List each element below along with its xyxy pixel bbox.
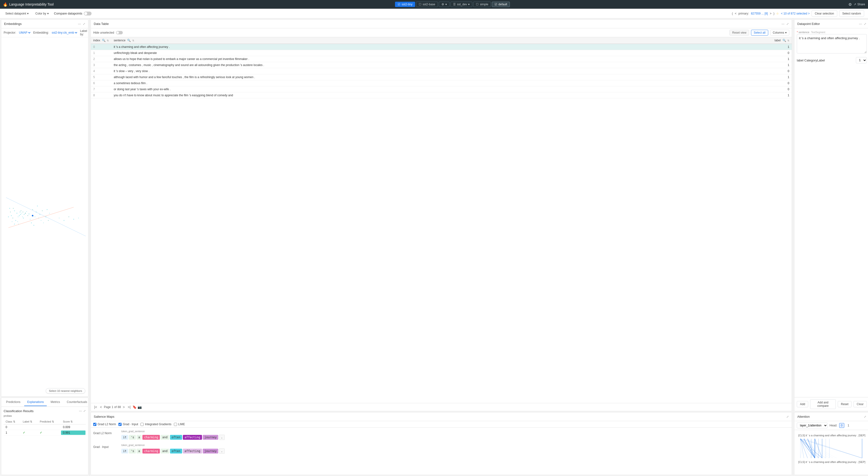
tab-metrics[interactable]: Metrics (48, 398, 63, 406)
tab-label: sst_dev (457, 3, 467, 6)
caret-right-icon[interactable]: > (770, 12, 771, 15)
page-first-button[interactable]: |< (93, 405, 98, 409)
table-row[interactable]: 8you do n't have to know about music to … (91, 92, 792, 98)
page-prev-button[interactable]: < (99, 405, 103, 409)
minimize-icon[interactable]: — (859, 22, 862, 26)
grad-l2-checkbox-label[interactable]: Grad L2 Norm (93, 422, 116, 426)
tab-sst2-tiny[interactable]: ☑ sst2-tiny (395, 2, 415, 7)
hide-unselected-toggle[interactable] (116, 31, 123, 34)
head-0[interactable]: 0 (839, 423, 844, 428)
svg-point-45 (68, 216, 69, 217)
nav-next-icon[interactable]: ) (773, 12, 774, 15)
row-index: 7 (91, 87, 111, 92)
table-row[interactable]: 5although laced with humor and a few fan… (91, 74, 792, 80)
share-button[interactable]: ↗ Share (854, 3, 865, 6)
select-random-button[interactable]: Select random (839, 10, 864, 17)
primary-id-link[interactable]: 827559 ... [8] (751, 12, 768, 15)
search-icon[interactable]: 🔍 (782, 39, 786, 42)
svg-point-35 (10, 212, 11, 212)
tab-explanations[interactable]: Explanations (24, 398, 47, 406)
minimize-icon[interactable]: — (781, 22, 784, 26)
expand-icon[interactable]: ⤢ (864, 415, 866, 418)
main-layout: Embeddings — ⤢ Projector: UMAP Embedding… (0, 19, 868, 476)
add-button[interactable]: Add (797, 401, 808, 407)
table-row[interactable]: 3the acting , costumes , music , cinemat… (91, 62, 792, 68)
filter-icon[interactable]: ⇅ (132, 39, 134, 42)
row-label: 1 (772, 74, 792, 80)
label-select[interactable]: 1 0 (856, 57, 867, 63)
layer-select[interactable]: layer_1/attention (797, 422, 828, 428)
head-1[interactable]: 1 (846, 423, 851, 428)
projector-select[interactable]: UMAP (18, 31, 31, 35)
integrated-checkbox[interactable] (141, 423, 144, 426)
lime-checkbox[interactable] (174, 423, 177, 426)
sentence-textarea[interactable]: it 's a charming and often affecting jou… (797, 34, 867, 54)
expand-clf-icon[interactable]: ⤢ (83, 409, 86, 413)
search-icon[interactable]: 🔍 (102, 39, 105, 42)
select-all-button[interactable]: Select all (751, 30, 768, 36)
tab-counterfactuals[interactable]: Counterfactuals (64, 398, 88, 406)
add-compare-button[interactable]: Add and compare (810, 399, 836, 409)
color-by-dropdown[interactable]: Color by ▾ (34, 11, 50, 16)
selection-count[interactable]: < 10 of 872 selected > (781, 12, 810, 15)
table-row[interactable]: 2allows us to hope that nolan is poised … (91, 56, 792, 62)
tab-predictions[interactable]: Predictions (3, 398, 23, 406)
grad-input-checkbox-label[interactable]: Grad · Input (118, 422, 138, 426)
bookmark-icon[interactable]: 🔖 (132, 405, 136, 409)
tab-simple[interactable]: ☐ simple (473, 2, 491, 7)
table-row[interactable]: 7or doing last year 's taxes with your e… (91, 87, 792, 92)
filter-icon[interactable]: ⇅ (107, 39, 109, 42)
embedding-select[interactable]: sst2-tiny:cls_emb (51, 31, 78, 35)
tab-custom-icon[interactable]: ⚙ ▾ (439, 2, 450, 7)
tab-default[interactable]: ☑ default (492, 2, 510, 7)
page-of: of (114, 405, 117, 409)
select-datapoint-dropdown[interactable]: Select datapoint ▾ (4, 11, 30, 16)
embeddings-visualization[interactable]: Select 10 nearest neighbors (1, 37, 88, 397)
expand-icon[interactable]: ⤢ (786, 22, 789, 26)
lime-checkbox-label[interactable]: LIME (174, 422, 185, 426)
filter-icon[interactable]: ⇅ (787, 39, 789, 42)
search-icon[interactable]: 🔍 (127, 39, 131, 42)
clear-selection-button[interactable]: Clear selection (812, 10, 837, 17)
columns-button[interactable]: Columns ▾ (770, 30, 789, 36)
settings-icon[interactable]: ⚙ (848, 2, 852, 7)
grad-l2-checkbox[interactable] (93, 423, 96, 426)
integrated-checkbox-label[interactable]: Integrated Gradients (141, 422, 171, 426)
salience-header-controls: ⤢ (786, 415, 789, 418)
table-row[interactable]: 1unflinchingly bleak and desperate0 (91, 50, 792, 56)
page-last-button[interactable]: >| (127, 405, 131, 409)
reset-button[interactable]: Reset (838, 401, 851, 407)
table-row[interactable]: 4it 's slow – very , very slow .0 (91, 68, 792, 74)
reset-view-button[interactable]: Reset view (730, 30, 749, 36)
nav-prev-icon[interactable]: ( (732, 12, 733, 15)
page-next-button[interactable]: > (122, 405, 126, 409)
camera-icon[interactable]: 📷 (137, 405, 142, 409)
tokens-grad-l2: it 's a charming and often affecting jou… (121, 435, 225, 440)
tab-sst2-base[interactable]: ☐ sst2-base (416, 2, 438, 7)
token-group-label: token_grad_sentence (121, 444, 225, 446)
lime-label: LIME (178, 422, 185, 426)
tab-sst-dev[interactable]: ☰ sst_dev ▾ (451, 2, 472, 7)
nearest-neighbors-button[interactable]: Select 10 nearest neighbors (46, 388, 85, 394)
table-row[interactable]: 6a sometimes tedious film .0 (91, 80, 792, 87)
clear-button[interactable]: Clear (854, 401, 867, 407)
caret-left-icon[interactable]: < (735, 12, 737, 15)
expand-icon[interactable]: ⤢ (864, 22, 866, 26)
compare-toggle[interactable] (84, 11, 92, 15)
grad-input-checkbox[interactable] (118, 423, 122, 426)
data-table-container[interactable]: index 🔍 ⇅ sentence 🔍 ⇅ label (91, 37, 792, 403)
star-icon[interactable]: ☆ (776, 12, 779, 15)
class-val: 1 (4, 430, 21, 436)
data-table-header-controls: — ⤢ (781, 22, 789, 26)
svg-line-60 (800, 439, 833, 458)
salience-content: Grad L2 Norm token_grad_sentence it 's a… (91, 428, 792, 475)
expand-icon[interactable]: ⤢ (786, 415, 789, 418)
svg-point-31 (42, 210, 42, 211)
minimize-icon[interactable]: — (78, 22, 81, 26)
embedding-svg (1, 37, 88, 397)
svg-point-4 (24, 214, 25, 215)
table-row[interactable]: 0it 's a charming and often affecting jo… (91, 44, 792, 50)
share-label: Share (857, 3, 865, 6)
expand-icon[interactable]: ⤢ (83, 22, 85, 26)
minimize-icon[interactable]: — (79, 409, 82, 413)
